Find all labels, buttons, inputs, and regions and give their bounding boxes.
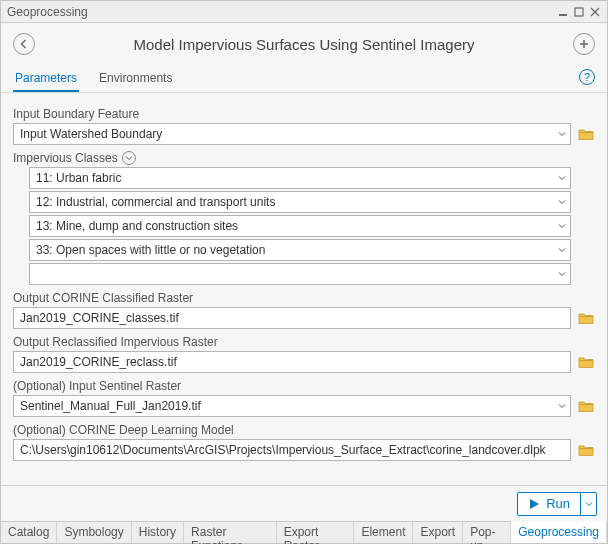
browse-opt-sentinel-button[interactable]: [577, 397, 595, 415]
geoprocessing-pane: Geoprocessing Model Impervious Surfaces …: [0, 0, 608, 544]
chevron-down-icon: [558, 198, 566, 206]
play-icon: [528, 498, 540, 510]
class-value: 33: Open spaces with little or no vegeta…: [36, 243, 265, 257]
help-button[interactable]: ?: [579, 69, 595, 85]
titlebar: Geoprocessing: [1, 1, 607, 23]
opt-sentinel-value: Sentinel_Manual_Full_Jan2019.tif: [20, 399, 201, 413]
browse-boundary-button[interactable]: [577, 125, 595, 143]
input-boundary-combo[interactable]: Input Watershed Boundary: [13, 123, 571, 145]
svg-rect-1: [575, 8, 583, 16]
tool-header: Model Impervious Surfaces Using Sentinel…: [1, 23, 607, 61]
opt-sentinel-combo[interactable]: Sentinel_Manual_Full_Jan2019.tif: [13, 395, 571, 417]
bottom-tab-symbology[interactable]: Symbology: [57, 522, 131, 543]
classes-collapse-toggle[interactable]: [122, 151, 136, 165]
class-value: 13: Mine, dump and construction sites: [36, 219, 238, 233]
tab-parameters[interactable]: Parameters: [13, 65, 79, 92]
chevron-down-icon: [558, 402, 566, 410]
browse-opt-model-button[interactable]: [577, 441, 595, 459]
opt-model-input[interactable]: C:\Users\gin10612\Documents\ArcGIS\Proje…: [13, 439, 571, 461]
bottom-tab-geoprocessing[interactable]: Geoprocessing: [511, 521, 607, 543]
autohide-button[interactable]: [555, 4, 571, 20]
bottom-tab-raster-functions[interactable]: Raster Functions: [184, 522, 277, 543]
output-corine-input[interactable]: Jan2019_CORINE_classes.tif: [13, 307, 571, 329]
tool-title: Model Impervious Surfaces Using Sentinel…: [35, 36, 573, 53]
tab-environments[interactable]: Environments: [97, 65, 174, 92]
run-label: Run: [546, 496, 570, 511]
impervious-classes-label: Impervious Classes: [13, 151, 595, 165]
class-combo-1[interactable]: 12: Industrial, commercial and transport…: [29, 191, 571, 213]
chevron-down-icon: [558, 270, 566, 278]
chevron-down-icon: [558, 246, 566, 254]
class-combo-0[interactable]: 11: Urban fabric: [29, 167, 571, 189]
bottom-tab-popup[interactable]: Pop-up: [463, 522, 511, 543]
opt-model-label: (Optional) CORINE Deep Learning Model: [13, 423, 595, 437]
bottom-tab-catalog[interactable]: Catalog: [1, 522, 57, 543]
bottom-tab-history[interactable]: History: [132, 522, 184, 543]
chevron-down-icon: [558, 222, 566, 230]
class-combo-3[interactable]: 33: Open spaces with little or no vegeta…: [29, 239, 571, 261]
browse-output-corine-button[interactable]: [577, 309, 595, 327]
bottom-tab-export-raster[interactable]: Export Raster: [277, 522, 355, 543]
bottom-tab-export[interactable]: Export: [413, 522, 463, 543]
class-value: 12: Industrial, commercial and transport…: [36, 195, 275, 209]
pane-title: Geoprocessing: [7, 5, 555, 19]
chevron-down-icon: [558, 130, 566, 138]
output-reclass-value: Jan2019_CORINE_reclass.tif: [20, 355, 177, 369]
run-bar: Run: [1, 485, 607, 521]
opt-sentinel-label: (Optional) Input Sentinel Raster: [13, 379, 595, 393]
input-boundary-label: Input Boundary Feature: [13, 107, 595, 121]
opt-model-value: C:\Users\gin10612\Documents\ArcGIS\Proje…: [20, 443, 546, 457]
class-combo-2[interactable]: 13: Mine, dump and construction sites: [29, 215, 571, 237]
chevron-down-icon: [558, 174, 566, 182]
add-button[interactable]: [573, 33, 595, 55]
output-corine-label: Output CORINE Classified Raster: [13, 291, 595, 305]
output-reclass-input[interactable]: Jan2019_CORINE_reclass.tif: [13, 351, 571, 373]
back-button[interactable]: [13, 33, 35, 55]
svg-rect-0: [559, 14, 567, 16]
input-boundary-value: Input Watershed Boundary: [20, 127, 162, 141]
run-button[interactable]: Run: [517, 492, 597, 516]
class-combo-4[interactable]: [29, 263, 571, 285]
class-value: 11: Urban fabric: [36, 171, 121, 185]
bottom-tabs: Catalog Symbology History Raster Functio…: [1, 521, 607, 543]
tool-tabs: Parameters Environments ?: [1, 65, 607, 93]
browse-output-reclass-button[interactable]: [577, 353, 595, 371]
run-dropdown[interactable]: [580, 493, 596, 515]
close-button[interactable]: [587, 4, 603, 20]
bottom-tab-element[interactable]: Element: [354, 522, 413, 543]
maximize-button[interactable]: [571, 4, 587, 20]
output-reclass-label: Output Reclassified Impervious Raster: [13, 335, 595, 349]
parameters-form: Input Boundary Feature Input Watershed B…: [1, 93, 607, 485]
output-corine-value: Jan2019_CORINE_classes.tif: [20, 311, 179, 325]
